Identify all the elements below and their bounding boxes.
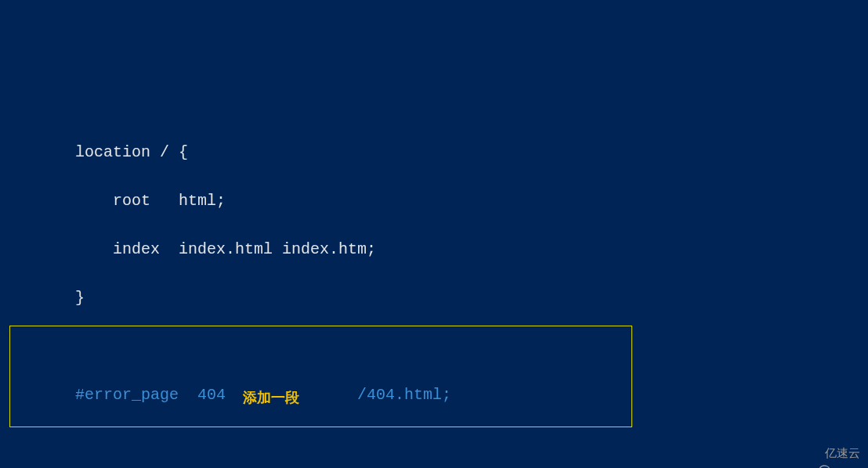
code-line-comment: #error_page 404 /404.html; — [75, 383, 868, 407]
code-line: root html; — [75, 189, 868, 213]
code-line-empty — [75, 334, 868, 358]
code-line-empty — [75, 431, 868, 455]
code-line: } — [75, 286, 868, 310]
watermark-text: 亿速云 — [825, 444, 860, 462]
code-editor[interactable]: location / { root html; index index.html… — [0, 97, 868, 468]
cloud-icon — [799, 445, 821, 459]
code-line: index index.html index.htm; — [75, 237, 868, 261]
code-line: location / { — [75, 140, 868, 164]
watermark: 亿速云 — [799, 444, 860, 462]
